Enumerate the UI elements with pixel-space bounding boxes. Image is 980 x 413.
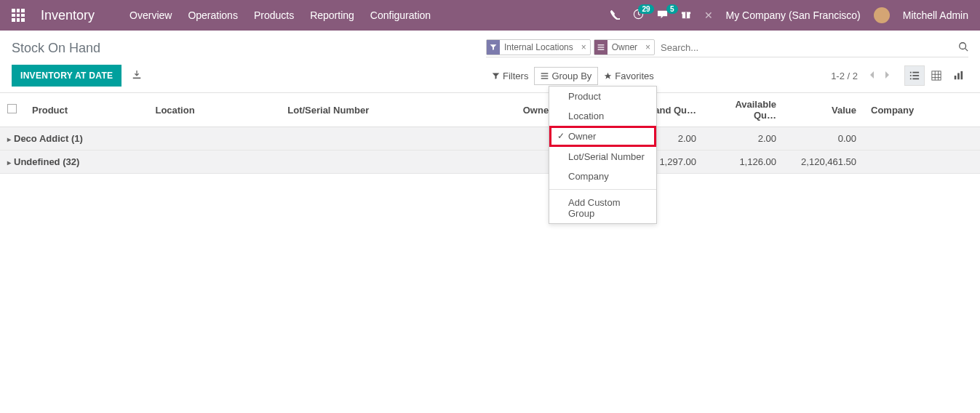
filter-icon	[487, 40, 500, 55]
svg-rect-13	[912, 72, 919, 73]
svg-rect-8	[133, 77, 141, 79]
groupby-lot[interactable]: Lot/Serial Number	[549, 147, 656, 167]
col-location[interactable]: Location	[148, 93, 280, 127]
group-row[interactable]: ▸Undefined (32) 1,297.00 1,126.00 2,120,…	[0, 151, 980, 174]
svg-rect-14	[910, 75, 912, 76]
pager-next[interactable]	[880, 68, 896, 84]
control-panel: Stock On Hand Internal Locations × Owner…	[0, 31, 980, 92]
col-value[interactable]: Value	[784, 93, 864, 127]
svg-rect-12	[910, 72, 912, 73]
svg-rect-10	[541, 75, 549, 76]
groupby-location[interactable]: Location	[549, 106, 656, 126]
download-icon[interactable]	[132, 70, 142, 82]
nav-links: Overview Operations Products Reporting C…	[130, 9, 431, 21]
caret-icon: ▸	[7, 159, 11, 167]
nav-reporting[interactable]: Reporting	[310, 9, 354, 21]
group-facet-close[interactable]: ×	[642, 42, 654, 52]
group-label: Undefined (32)	[14, 156, 79, 167]
svg-rect-16	[910, 79, 912, 80]
messages-icon[interactable]: 5	[657, 9, 668, 22]
svg-rect-4	[597, 44, 604, 45]
filter-facet-close[interactable]: ×	[578, 42, 590, 52]
groupby-button[interactable]: Group By	[534, 67, 598, 85]
filter-facet-label: Internal Locations	[500, 42, 578, 52]
groupby-company[interactable]: Company	[549, 167, 656, 174]
top-nav: Inventory Overview Operations Products R…	[0, 0, 980, 31]
view-switch	[904, 65, 968, 86]
favorites-button[interactable]: Favorites	[598, 68, 659, 84]
svg-rect-9	[541, 73, 549, 73]
toolbar: Filters Group By Favorites 1-2 / 2	[486, 65, 968, 86]
apps-icon[interactable]	[12, 9, 25, 22]
filters-label: Filters	[503, 71, 528, 81]
inventory-at-date-button[interactable]: INVENTORY AT DATE	[12, 65, 121, 87]
svg-rect-6	[597, 49, 604, 50]
group-label: Deco Addict (1)	[14, 133, 83, 144]
search-icon[interactable]	[958, 41, 968, 54]
messages-count: 5	[666, 4, 678, 14]
cell-value: 0.00	[784, 127, 864, 151]
graph-view-icon[interactable]	[948, 65, 968, 86]
svg-rect-11	[541, 78, 549, 79]
cell-available: 2.00	[704, 127, 784, 151]
svg-rect-3	[685, 12, 687, 18]
gift-icon[interactable]	[681, 9, 691, 22]
pager[interactable]: 1-2 / 2	[831, 71, 858, 81]
group-facet: Owner ×	[594, 39, 655, 55]
nav-products[interactable]: Products	[254, 9, 294, 21]
caret-icon: ▸	[7, 135, 11, 143]
cell-value: 2,120,461.50	[784, 151, 864, 174]
group-facet-label: Owner	[607, 42, 642, 52]
company-name[interactable]: My Company (San Francisco)	[726, 9, 861, 21]
col-lot[interactable]: Lot/Serial Number	[280, 93, 516, 127]
list-view-icon[interactable]	[904, 65, 925, 86]
tools-icon[interactable]: ✕	[704, 9, 713, 21]
col-available[interactable]: Available Qu…	[704, 93, 784, 127]
search-area: Internal Locations × Owner ×	[486, 39, 968, 57]
avatar[interactable]	[874, 7, 890, 23]
table: Product Location Lot/Serial Number Owner…	[0, 92, 980, 174]
pager-prev[interactable]	[864, 68, 880, 84]
filters-button[interactable]: Filters	[486, 68, 534, 84]
breadcrumb: Stock On Hand	[12, 41, 100, 56]
svg-rect-21	[961, 71, 963, 79]
svg-rect-5	[597, 47, 604, 47]
select-all-checkbox[interactable]	[7, 104, 17, 113]
col-company[interactable]: Company	[864, 93, 980, 127]
group-row[interactable]: ▸Deco Addict (1) 2.00 2.00 0.00	[0, 127, 980, 151]
svg-rect-15	[912, 75, 919, 76]
cell-available: 1,126.00	[704, 151, 784, 174]
svg-rect-17	[912, 79, 919, 80]
activity-count: 29	[638, 4, 653, 14]
search-input[interactable]	[658, 41, 954, 55]
svg-rect-18	[932, 71, 941, 80]
groupby-owner[interactable]: Owner	[549, 126, 656, 147]
phone-icon[interactable]	[610, 9, 620, 22]
nav-right: 29 5 ✕ My Company (San Francisco) Mitche…	[610, 7, 968, 23]
filter-facet: Internal Locations ×	[486, 39, 591, 55]
svg-rect-19	[955, 76, 957, 79]
activity-icon[interactable]: 29	[633, 9, 644, 22]
groupby-label: Group By	[551, 71, 591, 81]
groupby-product[interactable]: Product	[549, 87, 656, 106]
group-icon	[594, 40, 607, 55]
nav-operations[interactable]: Operations	[188, 9, 237, 21]
app-title[interactable]: Inventory	[41, 8, 95, 23]
favorites-label: Favorites	[615, 71, 653, 81]
pivot-view-icon[interactable]	[926, 65, 947, 86]
col-product[interactable]: Product	[25, 93, 148, 127]
groupby-dropdown: Product Location Owner Lot/Serial Number…	[549, 86, 657, 174]
nav-configuration[interactable]: Configuration	[370, 9, 431, 21]
svg-point-7	[960, 42, 966, 49]
nav-overview[interactable]: Overview	[130, 9, 172, 21]
svg-rect-20	[957, 73, 960, 80]
user-name[interactable]: Mitchell Admin	[903, 9, 968, 21]
